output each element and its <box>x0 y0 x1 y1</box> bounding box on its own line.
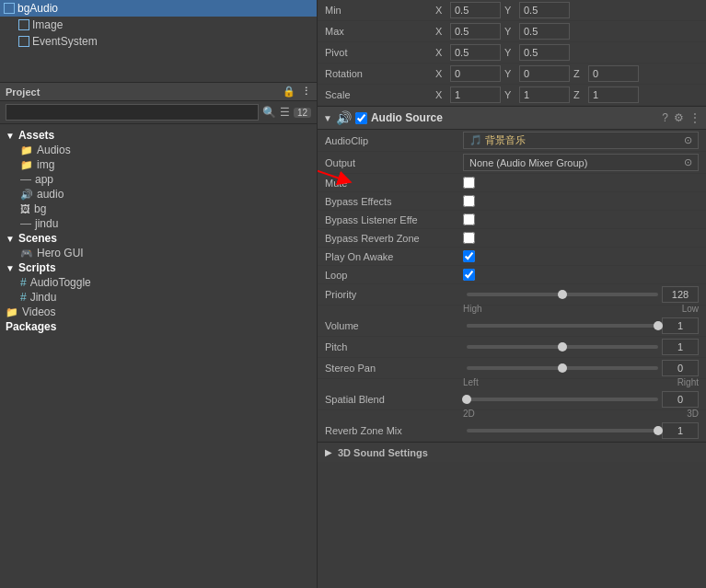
pitch-value-input[interactable] <box>662 339 699 355</box>
search-icon[interactable]: 🔍 <box>262 106 276 119</box>
tree-item-img[interactable]: 📁 img <box>0 157 317 172</box>
volume-value-input[interactable] <box>662 317 699 334</box>
rot-z-input[interactable] <box>588 65 639 82</box>
tree-item-scripts[interactable]: ▼ Scripts <box>0 260 317 275</box>
volume-thumb[interactable] <box>654 321 663 330</box>
min-x-input[interactable] <box>450 2 501 18</box>
tree-item-app[interactable]: — app <box>0 172 317 187</box>
spatial-thumb[interactable] <box>462 395 471 404</box>
volume-value <box>463 317 699 334</box>
3d-settings-label: 3D Sound Settings <box>338 447 428 458</box>
more-icon[interactable]: ⋮ <box>689 111 700 124</box>
pick-button[interactable]: ⊙ <box>684 134 692 146</box>
audio-source-enabled-checkbox[interactable] <box>355 112 367 124</box>
tree-item-label: bg <box>34 202 46 215</box>
reverb-thumb[interactable] <box>654 426 663 435</box>
rot-x-input[interactable] <box>450 65 501 82</box>
hierarchy-item-bgaudio[interactable]: bgAudio <box>0 0 317 17</box>
pick-button[interactable]: ⊙ <box>684 156 692 168</box>
rot-y-input[interactable] <box>519 65 570 82</box>
tree-item-label: Scenes <box>18 232 57 245</box>
bypass-effects-checkbox[interactable] <box>463 195 475 207</box>
tree-item-assets[interactable]: ▼ Assets <box>0 128 317 143</box>
scale-y-input[interactable] <box>519 86 570 103</box>
tree-item-scenes[interactable]: ▼ Scenes <box>0 231 317 246</box>
audio-icon: 🔊 <box>336 110 352 125</box>
stereo-value-input[interactable] <box>662 360 699 376</box>
hierarchy-item-image[interactable]: Image <box>15 17 317 33</box>
tree-item-videos[interactable]: 📁 Videos <box>0 305 317 319</box>
pitch-thumb[interactable] <box>558 342 567 352</box>
tree-item-jindu[interactable]: — jindu <box>0 216 317 231</box>
tree-item-bg[interactable]: 🖼 bg <box>0 202 317 216</box>
stereo-thumb[interactable] <box>558 363 567 373</box>
tree-item-jindu-script[interactable]: # Jindu <box>0 290 317 305</box>
bypass-listener-checkbox[interactable] <box>463 213 475 225</box>
mute-row: Mute <box>318 174 706 192</box>
more-icon[interactable]: ⋮ <box>301 86 311 98</box>
play-on-awake-value <box>463 250 699 262</box>
stereo-track[interactable] <box>467 366 658 370</box>
help-icon[interactable]: ? <box>662 111 668 124</box>
mute-checkbox[interactable] <box>463 177 475 189</box>
collapse-arrow[interactable]: ▼ <box>323 113 332 123</box>
pitch-track[interactable] <box>467 345 658 349</box>
loop-checkbox[interactable] <box>463 269 475 281</box>
project-header-left: Project <box>6 86 40 98</box>
project-header: Project 🔒 ⋮ <box>0 83 317 101</box>
bypass-effects-value <box>463 195 699 207</box>
spatial-track[interactable] <box>467 398 658 401</box>
pivot-row: Pivot X Y <box>318 42 706 63</box>
scale-x-input[interactable] <box>450 86 501 103</box>
volume-track[interactable] <box>467 324 658 328</box>
spatial-value-input[interactable] <box>662 391 699 408</box>
stereo-right-label: Right <box>677 377 699 387</box>
reverb-slider-container <box>463 422 699 439</box>
project-title: Project <box>6 86 40 98</box>
volume-row: Volume <box>318 316 706 337</box>
folder-arrow: ▼ <box>6 263 15 273</box>
max-y-input[interactable] <box>519 23 570 40</box>
max-x-input[interactable] <box>450 23 501 40</box>
tree-item-audio[interactable]: 🔊 audio <box>0 187 317 202</box>
stereo-slider-container <box>463 360 699 376</box>
pitch-slider-container <box>463 339 699 355</box>
lock-icon[interactable]: 🔒 <box>283 86 295 98</box>
audioclip-row: AudioClip 🎵 背景音乐 ⊙ <box>318 130 706 152</box>
scale-z-input[interactable] <box>588 86 639 103</box>
bypass-reverb-checkbox[interactable] <box>463 232 475 244</box>
priority-value-input[interactable] <box>662 286 699 303</box>
audioclip-field[interactable]: 🎵 背景音乐 ⊙ <box>463 132 699 149</box>
reverb-value-input[interactable] <box>662 422 699 439</box>
spatial-blend-row: Spatial Blend <box>318 389 706 410</box>
pivot-x-input[interactable] <box>450 44 501 61</box>
reverb-track[interactable] <box>467 429 658 432</box>
tree-item-herogui[interactable]: 🎮 Hero GUI <box>0 246 317 260</box>
3d-sound-settings[interactable]: ▶ 3D Sound Settings <box>318 442 706 462</box>
tree-item-audios[interactable]: 📁 Audios <box>0 143 317 157</box>
priority-label: Priority <box>325 289 463 300</box>
priority-track[interactable] <box>467 293 658 296</box>
pitch-label: Pitch <box>325 341 463 352</box>
min-y-input[interactable] <box>519 2 570 18</box>
priority-thumb[interactable] <box>558 290 567 299</box>
scale-row: Scale X Y Z <box>318 85 706 106</box>
bypass-listener-row: Bypass Listener Effe <box>318 211 706 229</box>
settings-icon[interactable]: ⚙ <box>674 111 684 124</box>
reverb-zone-label: Reverb Zone Mix <box>325 425 463 436</box>
tree-item-audiotoggle[interactable]: # AudioToggle <box>0 275 317 290</box>
output-label: Output <box>325 157 463 168</box>
folder-icon: 📁 <box>20 144 33 156</box>
tree-item-packages[interactable]: Packages <box>0 319 317 334</box>
tree-item-label: Audios <box>37 144 71 156</box>
loop-value <box>463 269 699 281</box>
priority-row: Priority <box>318 284 706 306</box>
play-on-awake-checkbox[interactable] <box>463 250 475 262</box>
hierarchy-item-eventsystem[interactable]: EventSystem <box>15 33 317 50</box>
x-label: X <box>435 26 446 37</box>
search-input[interactable] <box>6 104 259 121</box>
output-field[interactable]: None (Audio Mixer Group) ⊙ <box>463 154 699 171</box>
tree-item-label: img <box>37 158 54 171</box>
filter-icon[interactable]: ☰ <box>280 106 290 119</box>
pivot-y-input[interactable] <box>519 44 570 61</box>
